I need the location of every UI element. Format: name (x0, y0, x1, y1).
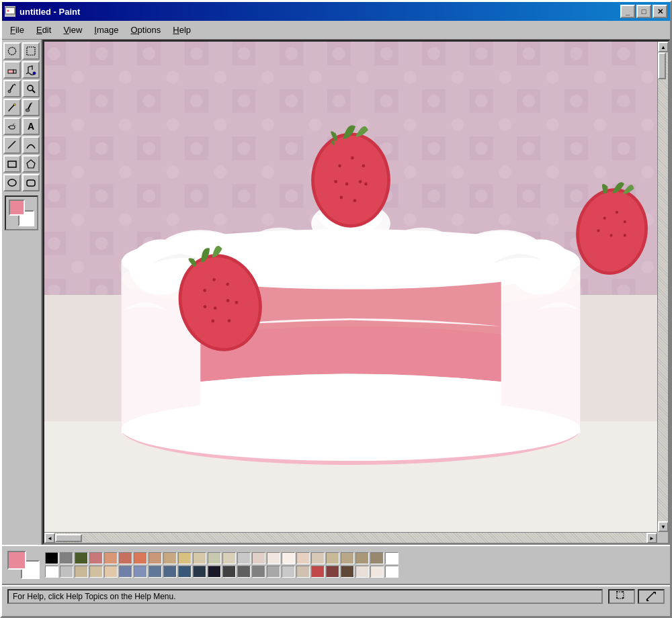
palette-row-1 (45, 552, 398, 564)
canvas-container[interactable]: ▲ ▼ ◄ ► (42, 40, 670, 545)
scroll-track-v[interactable] (658, 52, 668, 521)
menu-edit[interactable]: Edit (31, 23, 56, 37)
tool-brush[interactable] (22, 99, 40, 116)
color-swatch[interactable] (60, 552, 73, 564)
color-swatch[interactable] (237, 566, 251, 578)
color-swatch[interactable] (252, 566, 265, 578)
color-swatch[interactable] (163, 566, 177, 578)
color-swatch[interactable] (178, 552, 192, 564)
color-swatch[interactable] (370, 566, 384, 578)
color-swatch[interactable] (222, 566, 236, 578)
color-swatch[interactable] (282, 566, 295, 578)
menu-image[interactable]: Image (89, 23, 124, 37)
color-swatch[interactable] (45, 566, 58, 578)
color-swatch[interactable] (149, 566, 162, 578)
svg-marker-25 (27, 160, 35, 168)
color-swatch[interactable] (296, 566, 310, 578)
foreground-color[interactable] (7, 551, 26, 570)
scroll-down-button[interactable]: ▼ (658, 521, 669, 532)
color-swatch[interactable] (45, 552, 58, 564)
color-swatch[interactable] (311, 552, 325, 564)
maximize-button[interactable]: □ (636, 5, 651, 18)
scroll-right-button[interactable]: ► (646, 533, 657, 543)
tool-free-select[interactable] (3, 42, 21, 60)
color-swatch[interactable] (267, 566, 280, 578)
color-swatch[interactable] (326, 552, 339, 564)
color-swatch[interactable] (75, 552, 88, 564)
tool-line[interactable] (3, 136, 21, 154)
color-swatch[interactable] (119, 566, 132, 578)
tool-magnify[interactable] (22, 80, 40, 97)
tool-curve[interactable] (22, 136, 40, 154)
color-swatch[interactable] (60, 566, 73, 578)
color-swatch[interactable] (208, 566, 221, 578)
color-swatch[interactable] (385, 552, 398, 564)
color-swatch[interactable] (104, 552, 118, 564)
color-swatch[interactable] (282, 552, 295, 564)
svg-point-26 (8, 179, 16, 186)
color-swatch[interactable] (385, 566, 398, 578)
scroll-track-h[interactable] (55, 533, 646, 543)
color-swatch[interactable] (252, 552, 265, 564)
color-swatch[interactable] (208, 552, 221, 564)
scroll-thumb-h[interactable] (55, 534, 82, 542)
color-swatch[interactable] (178, 566, 192, 578)
color-swatch[interactable] (237, 552, 251, 564)
color-swatch[interactable] (193, 552, 206, 564)
tool-rounded-rect[interactable] (22, 174, 40, 191)
color-swatch[interactable] (311, 566, 325, 578)
tool-rectangle[interactable] (3, 155, 21, 173)
tool-grid: A (3, 42, 40, 191)
foreground-color-swatch[interactable] (9, 200, 25, 216)
tool-rect-select[interactable] (22, 42, 40, 60)
color-swatch[interactable] (267, 552, 280, 564)
tool-eraser[interactable] (3, 61, 21, 79)
color-swatch[interactable] (104, 566, 118, 578)
color-swatch[interactable] (355, 566, 369, 578)
scroll-up-button[interactable]: ▲ (658, 42, 669, 52)
menu-options[interactable]: Options (125, 23, 166, 37)
color-swatch[interactable] (134, 552, 147, 564)
tool-pencil[interactable] (3, 99, 21, 116)
scroll-thumb-v[interactable] (658, 52, 666, 79)
svg-rect-24 (8, 161, 16, 167)
menu-help[interactable]: Help (167, 23, 196, 37)
horizontal-scrollbar[interactable]: ◄ ► (44, 532, 657, 543)
canvas-image[interactable] (44, 42, 657, 532)
color-swatch[interactable] (341, 566, 354, 578)
close-button[interactable]: ✕ (653, 5, 667, 18)
title-bar: untitled - Paint _ □ ✕ (2, 2, 670, 21)
tool-airbrush[interactable] (3, 118, 21, 135)
color-swatch[interactable] (89, 566, 103, 578)
svg-line-11 (32, 90, 35, 93)
tool-ellipse[interactable] (3, 174, 21, 191)
tool-text[interactable]: A (22, 118, 40, 135)
color-swatch[interactable] (193, 566, 206, 578)
tool-fill[interactable] (22, 61, 40, 79)
color-swatch[interactable] (222, 552, 236, 564)
svg-point-79 (338, 165, 341, 168)
color-swatch[interactable] (370, 552, 384, 564)
color-swatch[interactable] (326, 566, 339, 578)
menu-file[interactable]: File (5, 23, 30, 37)
color-swatch[interactable] (119, 552, 132, 564)
tool-color-preview (5, 195, 38, 230)
tool-eyedropper[interactable] (3, 80, 21, 97)
color-swatch[interactable] (341, 552, 354, 564)
color-swatch[interactable] (134, 566, 147, 578)
minimize-button[interactable]: _ (620, 5, 635, 18)
resize-indicator (644, 590, 658, 603)
svg-line-9 (14, 84, 15, 85)
color-swatch[interactable] (163, 552, 177, 564)
svg-point-10 (28, 85, 33, 91)
color-swatch[interactable] (355, 552, 369, 564)
vertical-scrollbar[interactable]: ▲ ▼ (657, 42, 668, 532)
scroll-left-button[interactable]: ◄ (44, 533, 55, 543)
color-swatch[interactable] (89, 552, 103, 564)
color-swatch[interactable] (75, 566, 88, 578)
svg-point-80 (351, 157, 354, 160)
menu-view[interactable]: View (58, 23, 87, 37)
color-swatch[interactable] (296, 552, 310, 564)
tool-polygon[interactable] (22, 155, 40, 173)
color-swatch[interactable] (149, 552, 162, 564)
